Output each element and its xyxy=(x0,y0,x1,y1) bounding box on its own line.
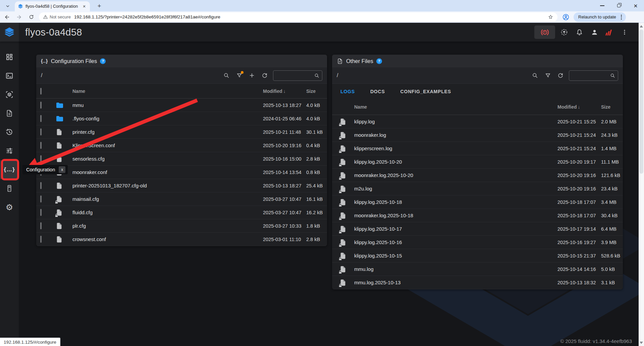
row-checkbox[interactable] xyxy=(40,236,42,243)
emergency-stop-button[interactable] xyxy=(534,25,555,39)
search-toggle-button[interactable] xyxy=(529,69,541,81)
table-row[interactable]: .flyos-config 2024-01-25 06:46 4.0 kB xyxy=(36,112,327,125)
sidebar-item-tune[interactable] xyxy=(0,141,19,160)
table-row[interactable]: klippy.log.2025-10-15 2025-10-15 21:37 5… xyxy=(332,249,623,263)
file-type-icon xyxy=(339,131,347,139)
table-row[interactable]: KlipperScreen.conf 2025-10-20 19:16 0.4 … xyxy=(36,139,327,152)
tab-close-icon[interactable]: ✕ xyxy=(82,4,87,9)
row-checkbox[interactable] xyxy=(40,195,42,203)
table-row[interactable]: crowsnest.conf 2025-03-01 11:10 2.8 kB xyxy=(36,233,327,246)
back-button[interactable] xyxy=(2,12,12,22)
fluidd-logo-icon[interactable] xyxy=(0,23,19,42)
row-checkbox[interactable] xyxy=(40,102,42,109)
table-row[interactable]: klippy.log.2025-10-18 2025-10-18 17:07 3… xyxy=(332,195,623,209)
user-account-button[interactable] xyxy=(588,26,600,38)
table-row[interactable]: mmu.log 2025-10-14 14:16 5.0 kB xyxy=(332,263,623,276)
notifications-button[interactable] xyxy=(573,26,585,38)
forward-button[interactable] xyxy=(14,12,24,22)
browser-menu-kebab-icon[interactable] xyxy=(619,15,624,19)
row-checkbox[interactable] xyxy=(40,209,42,216)
row-checkbox[interactable] xyxy=(40,155,42,162)
add-file-button[interactable] xyxy=(246,69,258,81)
table-row[interactable]: mmu 2025-10-13 18:27 4.0 kB xyxy=(36,99,327,112)
other-search-input[interactable] xyxy=(572,73,608,78)
security-chip[interactable]: Not secure xyxy=(43,14,71,19)
tab-logs[interactable]: LOGS xyxy=(340,89,355,94)
refresh-files-button[interactable] xyxy=(554,69,567,81)
annotation-close-icon[interactable]: x xyxy=(59,166,65,173)
refresh-files-button[interactable] xyxy=(258,69,271,81)
sidebar-item-console[interactable] xyxy=(0,66,19,85)
window-restore-button[interactable] xyxy=(610,0,627,11)
config-search-input[interactable] xyxy=(276,73,313,78)
window-close-button[interactable]: ✕ xyxy=(627,0,644,11)
table-row[interactable]: printer.cfg 2025-10-21 11:48 30.1 kB xyxy=(36,125,327,139)
page-scrollbar[interactable] xyxy=(639,23,644,346)
table-row[interactable]: klippy.log.2025-10-16 2025-10-16 19:27 3… xyxy=(332,236,623,249)
help-icon[interactable]: ? xyxy=(100,58,106,64)
table-row[interactable]: printer-20251013_182707.cfg-old 2025-10-… xyxy=(36,179,327,192)
scroll-down-arrow[interactable] xyxy=(639,340,644,345)
browser-tab[interactable]: flyos-0a4d58 | Configuration ✕ xyxy=(15,1,90,11)
sidebar-item-history[interactable] xyxy=(0,123,19,141)
file-size: 6.4 MB xyxy=(601,226,623,232)
sidebar-item-system[interactable] xyxy=(0,179,19,198)
bookmark-star-icon[interactable] xyxy=(548,14,553,20)
upload-gcode-button[interactable] xyxy=(558,26,570,38)
file-type-icon xyxy=(339,265,347,273)
search-toggle-button[interactable] xyxy=(220,69,233,81)
row-checkbox[interactable] xyxy=(40,142,42,149)
table-row[interactable]: mmu.log.2025-10-13 2025-10-13 18:32 3.1 … xyxy=(332,276,623,289)
select-all-checkbox[interactable] xyxy=(40,88,42,95)
table-row[interactable]: klipperscreen.log 2025-10-21 15:24 1.4 M… xyxy=(332,142,623,155)
scrollbar-thumb[interactable] xyxy=(639,30,643,174)
table-row[interactable]: mainsail.cfg 2025-03-27 10:47 16.1 kB xyxy=(36,192,327,206)
tab-config-examples[interactable]: CONFIG_EXAMPLES xyxy=(400,89,451,94)
file-name: printer-20251013_182707.cfg-old xyxy=(72,183,263,188)
table-row[interactable]: moonraker.log.2025-10-20 2025-10-20 19:1… xyxy=(332,169,623,182)
table-row[interactable]: m2u.log 2025-10-20 19:16 23.4 kB xyxy=(332,182,623,195)
table-row[interactable]: moonraker.conf 2025-10-14 13:54 0.8 kB xyxy=(36,166,327,179)
filter-button[interactable] xyxy=(233,69,246,81)
fluidd-brand-red-icon[interactable] xyxy=(603,26,615,38)
row-checkbox[interactable] xyxy=(40,115,42,122)
sidebar-item-dashboard[interactable] xyxy=(0,48,19,66)
table-row[interactable]: klippy.log.2025-10-17 2025-10-17 19:14 6… xyxy=(332,222,623,236)
sidebar-item-jobs[interactable] xyxy=(0,104,19,123)
configuration-files-panel: {..} Configuration Files ? / xyxy=(36,55,327,246)
filter-button[interactable] xyxy=(541,69,554,81)
address-bar[interactable]: Not secure 192.168.1.125/?printer=24282e… xyxy=(39,12,557,22)
file-name: fluidd.cfg xyxy=(72,210,263,215)
sidebar-item-configuration[interactable]: {…} xyxy=(0,160,19,179)
help-icon[interactable]: ? xyxy=(376,58,382,64)
table-row[interactable]: plr.cfg 2025-03-27 10:33 1.8 kB xyxy=(36,219,327,233)
column-header-modified[interactable]: Modified↓ xyxy=(557,104,601,110)
table-row[interactable]: sensorless.cfg 2025-10-16 15:00 2.8 kB xyxy=(36,152,327,166)
new-tab-button[interactable]: + xyxy=(95,2,103,10)
reload-button[interactable] xyxy=(26,12,36,22)
profile-avatar-icon[interactable] xyxy=(561,13,570,21)
relaunch-to-update-button[interactable]: Relaunch to update xyxy=(574,12,626,22)
row-checkbox[interactable] xyxy=(40,222,42,229)
row-checkbox[interactable] xyxy=(40,128,42,135)
sidebar-item-settings[interactable]: ⚙ xyxy=(0,198,19,217)
table-row[interactable]: moonraker.log.2025-10-18 2025-10-18 17:0… xyxy=(332,209,623,222)
column-header-modified[interactable]: Modified↓ xyxy=(263,89,306,94)
tab-search-chevron-icon[interactable] xyxy=(3,2,12,10)
breadcrumb-root[interactable]: / xyxy=(337,72,338,78)
column-header-size[interactable]: Size xyxy=(601,104,623,110)
table-row[interactable]: klippy.log 2025-10-21 15:25 2.0 MB xyxy=(332,115,623,128)
window-minimize-button[interactable] xyxy=(594,0,610,11)
column-header-size[interactable]: Size xyxy=(306,89,327,94)
column-header-name[interactable]: Name xyxy=(72,89,263,94)
row-checkbox[interactable] xyxy=(40,182,42,189)
table-row[interactable]: moonraker.log 2025-10-21 15:24 24.3 kB xyxy=(332,128,623,142)
tab-docs[interactable]: DOCS xyxy=(370,89,385,94)
scroll-up-arrow[interactable] xyxy=(639,23,644,29)
table-row[interactable]: klippy.log.2025-10-20 2025-10-20 19:17 1… xyxy=(332,155,623,169)
app-menu-kebab-icon[interactable] xyxy=(619,26,631,38)
breadcrumb-root[interactable]: / xyxy=(41,72,42,78)
sidebar-item-gcode-preview[interactable] xyxy=(0,85,19,104)
table-row[interactable]: fluidd.cfg 2025-03-27 10:47 16.2 kB xyxy=(36,206,327,219)
column-header-name[interactable]: Name xyxy=(354,104,557,110)
